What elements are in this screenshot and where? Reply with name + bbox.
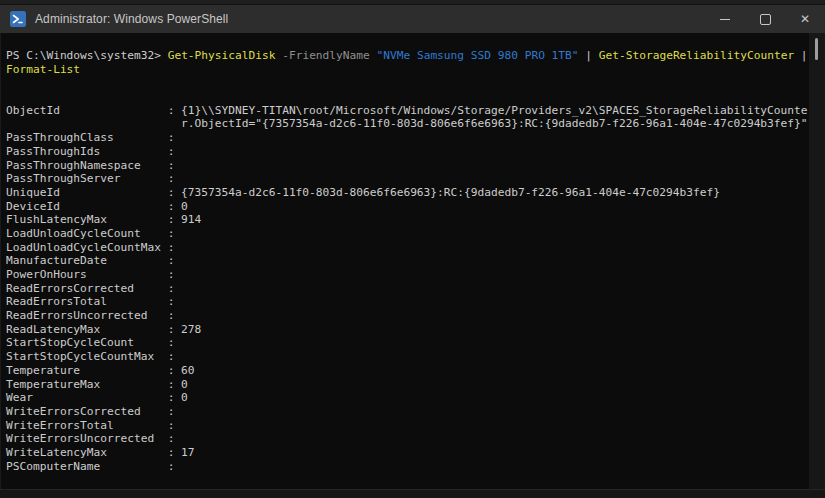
output-row: PowerOnHours : — [6, 268, 809, 282]
output-row: PSComputerName : — [6, 460, 809, 474]
powershell-icon[interactable] — [10, 11, 26, 27]
output-row: PassThroughServer : — [6, 172, 809, 186]
output-row: ObjectId : {1}\\SYDNEY-TITAN\root/Micros… — [6, 104, 809, 118]
output-row: ReadLatencyMax : 278 — [6, 323, 809, 337]
output-row: ReadErrorsUncorrected : — [6, 309, 809, 323]
output-row: r.ObjectId="{7357354a-d2c6-11f0-803d-806… — [6, 117, 809, 131]
blank-line — [6, 90, 809, 104]
output-row: WriteErrorsCorrected : — [6, 405, 809, 419]
output-row: StartStopCycleCountMax : — [6, 350, 809, 364]
output-row: ManufactureDate : — [6, 254, 809, 268]
cmdlet-token: Get-PhysicalDisk — [168, 49, 276, 62]
parameter-token: -FriendlyName — [282, 49, 370, 62]
output-row: ReadErrorsTotal : — [6, 295, 809, 309]
close-button[interactable]: ✕ — [785, 5, 825, 33]
scrollbar-track[interactable] — [809, 33, 824, 489]
output-row: WriteLatencyMax : 17 — [6, 446, 809, 460]
output-row: StartStopCycleCount : — [6, 336, 809, 350]
output-row: FlushLatencyMax : 914 — [6, 213, 809, 227]
close-icon: ✕ — [800, 13, 810, 25]
blank-line — [6, 76, 809, 90]
output-row: LoadUnloadCycleCountMax : — [6, 241, 809, 255]
maximize-button[interactable] — [745, 5, 785, 33]
output-row: Wear : 0 — [6, 391, 809, 405]
terminal-viewport[interactable]: PS C:\Windows\system32> Get-PhysicalDisk… — [0, 33, 825, 489]
minimize-button[interactable] — [705, 5, 745, 33]
output-row: PassThroughNamespace : — [6, 159, 809, 173]
command-line-2: Format-List — [6, 63, 809, 77]
output-row: WriteErrorsUncorrected : — [6, 432, 809, 446]
command-line-1: PS C:\Windows\system32> Get-PhysicalDisk… — [6, 49, 809, 63]
titlebar[interactable]: Administrator: Windows PowerShell ✕ — [0, 5, 825, 33]
pipe-token: | — [794, 49, 807, 62]
output-rows: ObjectId : {1}\\SYDNEY-TITAN\root/Micros… — [6, 104, 809, 474]
pipe-token: | — [579, 49, 599, 62]
output-row: DeviceId : 0 — [6, 200, 809, 214]
window-controls: ✕ — [705, 5, 825, 33]
cmdlet-token: Format-List — [6, 63, 80, 76]
maximize-icon — [760, 14, 771, 25]
window-title: Administrator: Windows PowerShell — [35, 12, 228, 26]
output-row: PassThroughIds : — [6, 145, 809, 159]
output-row: LoadUnloadCycleCount : — [6, 227, 809, 241]
output-row: Temperature : 60 — [6, 364, 809, 378]
minimize-icon — [720, 19, 730, 20]
window-bottom-edge — [0, 489, 825, 498]
string-token: "NVMe Samsung SSD 980 PRO 1TB" — [377, 49, 579, 62]
scrollbar-thumb[interactable] — [815, 38, 818, 60]
prompt-text: PS C:\Windows\system32> — [6, 49, 168, 62]
output-row: UniqueId : {7357354a-d2c6-11f0-803d-806e… — [6, 186, 809, 200]
powershell-window: Administrator: Windows PowerShell ✕ PS C… — [0, 0, 825, 498]
output-row: TemperatureMax : 0 — [6, 378, 809, 392]
space — [370, 49, 377, 62]
output-row: PassThroughClass : — [6, 131, 809, 145]
output-row: ReadErrorsCorrected : — [6, 282, 809, 296]
cmdlet-token: Get-StorageReliabilityCounter — [599, 49, 794, 62]
terminal-content: PS C:\Windows\system32> Get-PhysicalDisk… — [1, 33, 809, 489]
output-row: WriteErrorsTotal : — [6, 419, 809, 433]
